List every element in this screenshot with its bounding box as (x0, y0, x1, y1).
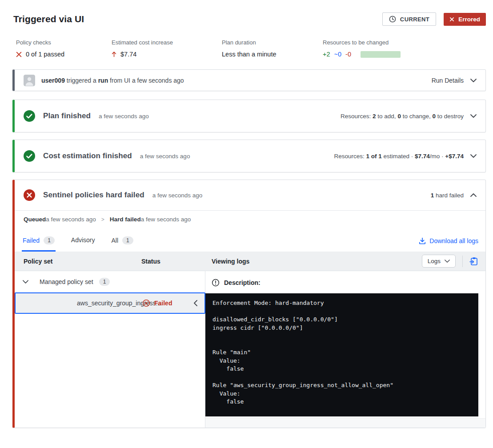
plan-title: Plan finished (43, 112, 91, 120)
chevron-down-icon (470, 154, 477, 158)
policy-log-output: Enforcement Mode: hard-mandatory disallo… (205, 293, 478, 416)
log-panel: Description: Enforcement Mode: hard-mand… (205, 271, 485, 428)
logs-dropdown[interactable]: Logs (422, 255, 456, 268)
failed-count-badge: 1 (44, 236, 55, 244)
page-title: Triggered via UI (13, 14, 84, 24)
policy-status: Failed (142, 299, 172, 307)
info-icon (212, 279, 220, 287)
chevron-down-icon (445, 260, 450, 263)
run-details-label: Run Details (432, 77, 464, 84)
stat-label: Policy checks (16, 39, 112, 46)
policy-set-group-row[interactable]: Managed policy set 1 (15, 271, 205, 292)
top-bar: Triggered via UI CURRENT Errored (12, 12, 486, 26)
chevron-up-icon (470, 193, 477, 197)
all-count-badge: 1 (122, 236, 133, 244)
run-details-toggle[interactable]: Run Details (432, 77, 477, 84)
log-panel-footer (205, 418, 485, 428)
cost-time: a few seconds ago (140, 153, 190, 160)
policy-list: Managed policy set 1 aws_security_group_… (15, 271, 205, 428)
trigger-text: user009 triggered a run from UI a few se… (41, 77, 184, 84)
stat-resources-changed: Resources to be changed +2 ~0 -0 (323, 39, 401, 58)
failed-x-icon (16, 52, 22, 57)
stat-label: Resources to be changed (323, 39, 401, 46)
hard-failed-label: Hard failed (110, 216, 141, 223)
current-label: CURRENT (400, 16, 429, 23)
plan-time: a few seconds ago (99, 113, 149, 120)
stat-label: Estimated cost increase (112, 39, 222, 46)
raw-log-clipboard-icon[interactable] (469, 257, 478, 266)
header-divider (462, 256, 463, 267)
check-circle-icon (24, 150, 35, 162)
run-page: Triggered via UI CURRENT Errored Policy … (0, 0, 493, 432)
stat-plan-duration: Plan duration Less than a minute (222, 39, 323, 58)
errored-status-badge: Errored (444, 13, 486, 26)
sentinel-summary-toggle[interactable]: 1 hard failed (431, 192, 477, 199)
failed-circle-x-icon (142, 299, 150, 307)
log-description-header: Description: (205, 271, 485, 293)
policy-table-body: Managed policy set 1 aws_security_group_… (15, 271, 485, 428)
plan-finished-card: Plan finished a few seconds ago Resource… (12, 100, 486, 132)
stat-cost-increase: Estimated cost increase $7.74 (112, 39, 222, 58)
trigger-user: user009 (41, 77, 65, 84)
chevron-left-icon[interactable] (194, 300, 197, 306)
sentinel-time: a few seconds ago (152, 192, 203, 199)
x-icon (449, 17, 454, 22)
stat-value: 0 of 1 passed (26, 51, 64, 58)
policy-table-header: Policy set Status Viewing logs Logs (15, 252, 485, 271)
errored-label: Errored (458, 16, 480, 23)
column-policy-set: Policy set (24, 258, 141, 265)
download-icon (419, 237, 426, 244)
run-trigger-row: user009 triggered a run from UI a few se… (12, 69, 486, 91)
queued-label: Queued (24, 216, 46, 223)
chevron-down-icon (23, 280, 28, 284)
cost-title: Cost estimation finished (43, 152, 132, 160)
sentinel-policies-card: Sentinel policies hard failed a few seco… (12, 180, 486, 428)
sentinel-title: Sentinel policies hard failed (43, 191, 144, 200)
avatar (24, 75, 35, 86)
chevron-down-icon (470, 79, 477, 82)
sentinel-header: Sentinel policies hard failed a few seco… (15, 180, 485, 210)
policy-set-name: Managed policy set (40, 278, 93, 285)
check-circle-icon (24, 110, 35, 122)
clock-icon (389, 16, 396, 23)
plan-summary-toggle[interactable]: Resources: 2 to add, 0 to change, 0 to d… (341, 113, 477, 120)
resources-destroy: -0 (345, 51, 351, 58)
policy-tabs: Failed 1 Advisory All 1 Download all log… (15, 228, 485, 252)
policy-row-selected[interactable]: aws_security_group_ingress... Failed (15, 292, 205, 314)
chevron-down-icon (470, 114, 477, 118)
column-viewing-logs: Viewing logs (212, 258, 422, 265)
tab-all[interactable]: All 1 (111, 236, 134, 252)
resources-change: ~0 (334, 51, 342, 58)
cost-summary-toggle[interactable]: Resources: 1 of 1 estimated · $7.74/mo ·… (334, 153, 477, 160)
column-status: Status (141, 258, 212, 265)
description-label: Description: (224, 279, 261, 286)
download-all-logs-link[interactable]: Download all logs (419, 236, 478, 244)
current-button[interactable]: CURRENT (382, 12, 436, 26)
arrow-up-icon (112, 51, 116, 57)
sentinel-timeline: Queued a few seconds ago > Hard failed a… (15, 210, 485, 228)
policy-name: aws_security_group_ingress... (77, 300, 142, 307)
policy-set-count-badge: 1 (99, 278, 110, 286)
stat-value: $7.74 (120, 51, 136, 58)
tab-advisory[interactable]: Advisory (70, 236, 96, 251)
cost-estimation-card: Cost estimation finished a few seconds a… (12, 140, 486, 172)
tab-failed[interactable]: Failed 1 (22, 236, 56, 252)
top-actions: CURRENT Errored (382, 12, 486, 26)
run-stats: Policy checks 0 of 1 passed Estimated co… (16, 39, 486, 58)
timeline-separator: > (101, 216, 104, 223)
x-circle-icon (24, 189, 35, 201)
trigger-run-word: run (98, 77, 108, 84)
resources-add: +2 (323, 51, 330, 58)
stat-policy-checks: Policy checks 0 of 1 passed (16, 39, 112, 58)
stat-value: Less than a minute (222, 51, 277, 58)
resources-change-bar (361, 51, 401, 58)
stat-label: Plan duration (222, 39, 323, 46)
